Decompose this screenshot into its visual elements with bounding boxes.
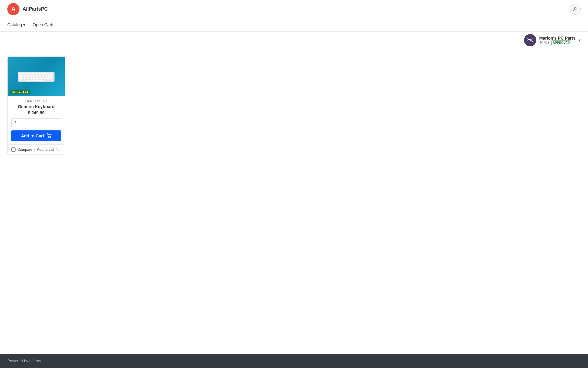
svg-rect-21 xyxy=(36,75,38,77)
svg-rect-34 xyxy=(45,77,52,79)
product-actions: Compare | Add to List ♡ xyxy=(8,144,65,154)
svg-rect-14 xyxy=(47,73,49,75)
svg-rect-9 xyxy=(31,73,34,75)
svg-rect-15 xyxy=(50,73,52,75)
svg-rect-25 xyxy=(48,75,52,77)
svg-rect-35 xyxy=(26,80,44,81)
catalog-nav-item[interactable]: Catalog ▾ xyxy=(7,19,25,31)
svg-rect-7 xyxy=(25,73,28,75)
product-details: GENKEYB001 Generic Keyboard $ 249.99 Add… xyxy=(8,96,65,144)
svg-rect-10 xyxy=(34,73,37,75)
add-to-list-link[interactable]: Add to List xyxy=(37,147,54,152)
svg-rect-12 xyxy=(40,73,43,75)
add-to-cart-button[interactable]: Add to Cart xyxy=(11,130,61,141)
open-carts-nav-label: Open Carts xyxy=(33,22,54,27)
product-sku: GENKEYB001 xyxy=(11,99,61,103)
svg-rect-24 xyxy=(45,75,47,77)
action-separator: | xyxy=(34,147,35,152)
compare-label[interactable]: Compare xyxy=(17,147,32,152)
svg-rect-8 xyxy=(28,73,31,75)
svg-point-36 xyxy=(48,137,48,138)
compare-checkbox[interactable] xyxy=(11,147,16,152)
account-meta: 46793 APPROVED xyxy=(539,41,576,45)
powered-by-text: Powered by Liferay xyxy=(7,359,41,363)
svg-rect-30 xyxy=(33,77,36,79)
quantity-input[interactable] xyxy=(11,118,61,127)
svg-rect-5 xyxy=(19,73,22,75)
svg-rect-13 xyxy=(44,73,46,75)
user-icon xyxy=(572,6,578,12)
svg-rect-18 xyxy=(26,75,29,77)
svg-rect-16 xyxy=(19,75,23,77)
footer: Powered by Liferay xyxy=(0,354,588,368)
svg-point-0 xyxy=(574,7,576,9)
main-content: AVAILABLE GENKEYB001 Generic Keyboard $ … xyxy=(0,49,588,354)
svg-rect-29 xyxy=(30,77,33,79)
product-price: $ 249.99 xyxy=(11,110,61,115)
svg-rect-28 xyxy=(27,77,30,79)
catalog-chevron-icon: ▾ xyxy=(23,22,25,27)
navigation: Catalog ▾ Open Carts xyxy=(0,18,588,32)
svg-rect-31 xyxy=(36,77,39,79)
account-info: Marion's PC Parts 46793 APPROVED xyxy=(539,36,576,45)
user-icon-button[interactable] xyxy=(570,4,581,15)
header: A AllPartsPC xyxy=(0,0,588,18)
product-image-area: AVAILABLE xyxy=(8,57,65,96)
product-image xyxy=(16,69,56,84)
svg-rect-6 xyxy=(22,73,25,75)
site-name: AllPartsPC xyxy=(23,6,48,12)
cart-icon xyxy=(47,133,51,138)
account-bar: Marion's PC Parts 46793 APPROVED ▾ xyxy=(0,32,588,49)
heart-icon[interactable]: ♡ xyxy=(56,147,60,152)
open-carts-nav-item[interactable]: Open Carts xyxy=(33,19,54,31)
account-name: Marion's PC Parts xyxy=(539,36,576,41)
svg-rect-19 xyxy=(30,75,32,77)
account-selector[interactable]: Marion's PC Parts 46793 APPROVED ▾ xyxy=(524,34,581,46)
svg-rect-22 xyxy=(39,75,41,77)
svg-rect-26 xyxy=(19,77,23,79)
svg-rect-17 xyxy=(23,75,26,77)
svg-point-37 xyxy=(51,137,51,138)
product-name: Generic Keyboard xyxy=(11,104,61,109)
svg-rect-33 xyxy=(42,77,45,79)
catalog-nav-label: Catalog xyxy=(7,22,22,27)
account-avatar-icon xyxy=(524,34,536,46)
svg-rect-23 xyxy=(42,75,44,77)
svg-rect-27 xyxy=(24,77,26,79)
availability-badge: AVAILABLE xyxy=(10,90,30,94)
approved-badge: APPROVED xyxy=(551,41,571,45)
account-chevron-icon: ▾ xyxy=(579,38,581,43)
site-logo: A xyxy=(7,3,19,15)
account-id: 46793 xyxy=(539,41,549,45)
account-avatar xyxy=(524,34,536,46)
header-left: A AllPartsPC xyxy=(7,3,48,15)
svg-rect-32 xyxy=(39,77,42,79)
add-to-cart-label: Add to Cart xyxy=(21,133,44,138)
product-card: AVAILABLE GENKEYB001 Generic Keyboard $ … xyxy=(7,56,65,155)
svg-rect-20 xyxy=(33,75,35,77)
svg-rect-11 xyxy=(37,73,40,75)
